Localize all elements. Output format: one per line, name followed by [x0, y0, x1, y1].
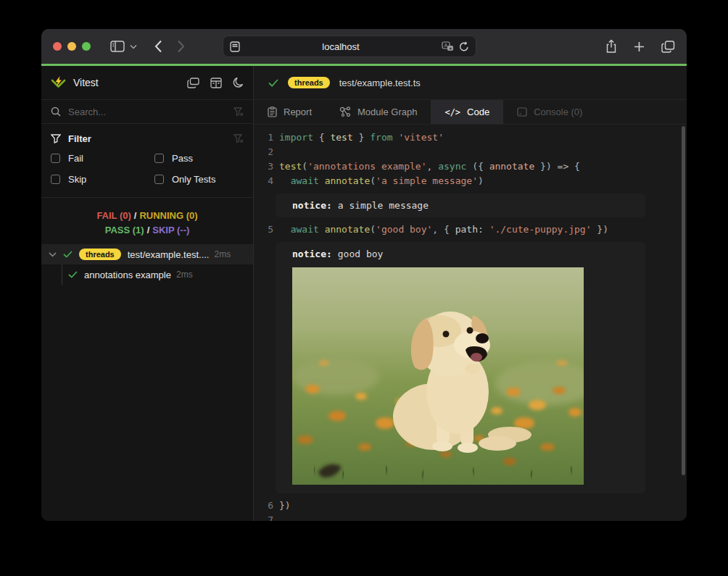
svg-text:A: A: [444, 43, 447, 48]
annotation-notice-2: notice:good boy: [276, 242, 645, 493]
code-token: 'annotations example': [307, 161, 426, 172]
code-token: 'good boy': [376, 224, 432, 235]
code-line-1: 1import { test } from 'vitest': [254, 130, 687, 145]
annotation-type: notice:: [292, 200, 332, 211]
report-icon: [268, 107, 277, 117]
checkbox[interactable]: [51, 175, 60, 184]
checkbox-label: Skip: [68, 174, 86, 185]
search-input[interactable]: [68, 107, 226, 117]
tab-code[interactable]: </> Code: [431, 100, 503, 124]
desktop-background: localhost A ★: [0, 0, 728, 576]
code-token: test: [330, 132, 352, 143]
code-token: (: [302, 161, 307, 172]
back-button[interactable]: [154, 40, 162, 53]
url-text[interactable]: localhost: [240, 41, 442, 52]
translate-icon[interactable]: A ★: [442, 41, 454, 51]
filter-checkbox-skip[interactable]: Skip: [51, 174, 154, 185]
code-token: [279, 175, 291, 186]
view-tabs: Report Module Graph </> Code: [254, 100, 687, 125]
tab-label: Console (0): [534, 107, 582, 117]
test-file-row[interactable]: threads test/example.test.... 2ms: [41, 244, 253, 264]
filter-options: Fail Pass Skip Only Tests: [51, 153, 244, 185]
stacked-cards-icon[interactable]: [187, 78, 199, 88]
filter-section: Filter Fail Pass: [41, 124, 253, 198]
fail-count: FAIL (0): [96, 210, 131, 221]
code-block: 6})7: [254, 498, 687, 521]
reload-icon[interactable]: [459, 41, 469, 52]
filter-checkbox-fail[interactable]: Fail: [51, 153, 154, 164]
code-token: }): [279, 500, 291, 511]
line-number: 1: [267, 130, 273, 145]
running-count: RUNNING (0): [139, 210, 197, 221]
dashboard-icon[interactable]: [210, 78, 222, 88]
browser-toolbar: localhost A ★: [41, 29, 687, 64]
filter-checkbox-pass[interactable]: Pass: [154, 153, 244, 164]
code-block: 5 await annotate('good boy', { path: './…: [254, 222, 687, 237]
code-token: test: [279, 161, 302, 172]
code-line-3: 3test('annotations example', async ({ an…: [254, 159, 687, 174]
tab-label: Code: [467, 107, 489, 117]
expand-chevron-icon[interactable]: [49, 252, 57, 257]
file-header: threads test/example.test.ts: [254, 66, 687, 100]
reader-icon[interactable]: [230, 41, 240, 52]
minimize-window-button[interactable]: [67, 42, 76, 51]
address-bar[interactable]: localhost A ★: [223, 36, 476, 57]
code-token: (: [370, 175, 376, 186]
code-line-7: 7: [254, 513, 687, 521]
code-token: path:: [455, 224, 484, 235]
code-token: annotate: [325, 175, 371, 186]
new-tab-icon[interactable]: [634, 41, 645, 52]
code-token: 'a simple message': [376, 175, 478, 186]
code-token: ({: [466, 161, 489, 172]
test-case-name: annotations example: [84, 270, 171, 280]
toolbar-right-buttons: [605, 39, 675, 54]
tab-report[interactable]: Report: [254, 100, 326, 124]
tab-module-graph[interactable]: Module Graph: [326, 100, 431, 124]
tab-console[interactable]: Console (0): [503, 100, 596, 124]
app-title: Vitest: [73, 77, 99, 88]
tab-label: Report: [284, 107, 312, 117]
theme-toggle-moon-icon[interactable]: [233, 77, 244, 88]
line-number: 2: [267, 145, 273, 159]
sidebar-header-actions: [187, 77, 244, 88]
line-number: 3: [267, 159, 273, 174]
pass-count: PASS (1): [105, 225, 144, 235]
annotation-message: a simple message: [338, 200, 429, 211]
checkbox[interactable]: [154, 154, 164, 163]
code-scrollbar[interactable]: [682, 126, 685, 475]
code-token: annotate: [325, 224, 371, 235]
checkbox[interactable]: [51, 154, 60, 163]
sidebar: Vitest: [41, 66, 254, 521]
pool-badge: threads: [79, 249, 121, 260]
code-token: }): [592, 224, 608, 235]
test-summary: FAIL (0)/RUNNING (0) PASS (1)/SKIP (--): [41, 209, 253, 238]
puppy-image[interactable]: [292, 267, 584, 485]
close-window-button[interactable]: [53, 42, 62, 51]
checkbox[interactable]: [154, 175, 164, 184]
sidebar-toggle-icon[interactable]: [110, 41, 125, 52]
line-number: 6: [267, 498, 273, 513]
tab-overview-icon[interactable]: [661, 41, 675, 53]
clear-filter-icon[interactable]: [233, 134, 244, 143]
chevron-down-icon[interactable]: [130, 44, 137, 49]
zoom-window-button[interactable]: [82, 42, 91, 51]
code-token: [279, 224, 291, 235]
code-token: 'vitest': [398, 132, 444, 143]
code-viewer[interactable]: 1import { test } from 'vitest'23test('an…: [254, 125, 687, 521]
line-number: 7: [267, 513, 273, 521]
code-token: , {: [432, 224, 455, 235]
clear-search-filter-icon[interactable]: [233, 107, 244, 117]
code-line-6: 6}): [254, 498, 687, 513]
funnel-icon: [51, 134, 61, 143]
code-token: [319, 175, 325, 186]
main-panel: threads test/example.test.ts Report: [254, 66, 687, 521]
share-icon[interactable]: [605, 39, 617, 54]
line-number: 5: [267, 222, 273, 237]
window-controls: [53, 42, 91, 51]
test-file-name: test/example.test....: [128, 249, 210, 260]
test-case-row[interactable]: annotations example 2ms: [41, 264, 253, 285]
filter-checkbox-only-tests[interactable]: Only Tests: [154, 174, 244, 185]
checkbox-label: Only Tests: [172, 174, 215, 185]
pass-check-icon: [68, 271, 78, 278]
forward-button[interactable]: [177, 40, 185, 53]
